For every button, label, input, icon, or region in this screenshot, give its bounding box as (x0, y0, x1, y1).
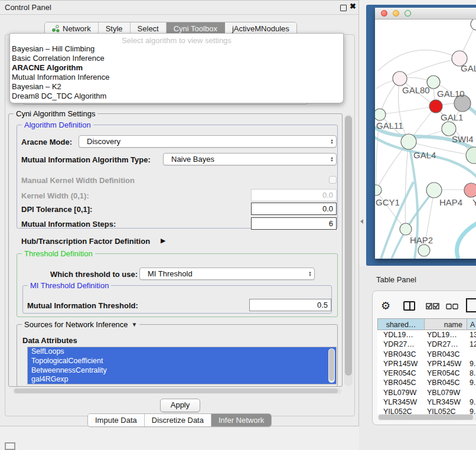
table-row[interactable]: YDL19…YDL19…13 (377, 330, 476, 340)
deselect-all-icon[interactable] (446, 304, 459, 309)
mi-algorithm-type-combo[interactable]: Naive Bayes ▲▼ (163, 153, 337, 165)
dropdown-option[interactable]: Bayesian – Hill Climbing (12, 44, 94, 53)
table-hscrollbar[interactable] (377, 414, 476, 420)
tab-select-label: Select (138, 24, 159, 33)
columns-icon[interactable] (403, 301, 415, 311)
sources-title-row[interactable]: Sources for Network Inference ▼ (22, 320, 139, 329)
dpi-tolerance-input[interactable]: 0.0 (251, 203, 337, 215)
cell: YDR27… (425, 340, 467, 349)
table-row[interactable]: YER054CYER054C8. (377, 369, 476, 378)
aracne-mode-value: Discovery (79, 137, 328, 146)
algorithm-dropdown: Select algorithm to view settings Bayesi… (9, 33, 344, 103)
node-red[interactable] (429, 100, 442, 113)
split-divider-handle[interactable] (360, 219, 363, 224)
cell: 8. (467, 369, 476, 378)
bottom-tabbar: Impute Data Discretize Data Infer Networ… (87, 413, 272, 427)
screen: Control Panel ✖ Network Style Select Cyn… (0, 0, 476, 450)
cell: YBL079W (425, 388, 467, 397)
zoom-traffic-icon[interactable] (405, 10, 411, 17)
node-gcy1[interactable] (375, 185, 382, 195)
node-gal80[interactable] (393, 71, 407, 86)
node-swi4[interactable] (466, 147, 476, 164)
minimize-traffic-icon[interactable] (393, 10, 399, 17)
mi-threshold-label: Mutual Information Threshold: (27, 301, 138, 310)
tab-network-label: Network (63, 24, 91, 33)
column-header-shared[interactable]: shared… (377, 318, 425, 330)
table-row[interactable]: YBL079WYBL079W (377, 388, 476, 397)
settings-scrollbar[interactable] (344, 115, 353, 386)
manual-kernel-checkbox[interactable] (329, 176, 337, 184)
node-label: GAL10 (437, 89, 465, 99)
mi-threshold-input[interactable]: 0.5 (249, 299, 331, 311)
attribute-list-scrollbar[interactable] (328, 348, 335, 383)
node-label: HAP4 (439, 197, 462, 207)
table-panel: Table Panel ⚙ shared… (359, 266, 476, 450)
expand-right-icon[interactable]: ▶ (161, 237, 165, 244)
cell: YBR045C (425, 378, 467, 387)
dropdown-option[interactable]: Basic Correlation Inference (12, 54, 105, 63)
table-row[interactable]: YDR27…YDR27…12 (377, 340, 476, 349)
dropdown-option-highlighted[interactable]: ARACNE Algorithm (12, 63, 83, 72)
file-icon[interactable] (466, 298, 476, 312)
node-salmon[interactable] (464, 183, 476, 197)
stepper-icon: ▲▼ (328, 156, 336, 162)
select-all-checks-icon[interactable] (426, 303, 440, 309)
mi-threshold-group-title: MI Threshold Definition (28, 281, 111, 290)
cell: 9. (467, 378, 476, 387)
tab-discretize-data[interactable]: Discretize Data (145, 414, 211, 426)
node-gal11[interactable] (375, 109, 386, 120)
node-hap2[interactable] (400, 223, 412, 235)
mi-steps-input[interactable]: 6 (251, 217, 337, 230)
attribute-item[interactable]: BetweennessCentrality (28, 366, 336, 376)
node-hap4[interactable] (426, 182, 442, 198)
control-panel-titlebar: Control Panel ✖ (0, 1, 358, 15)
attribute-item[interactable]: TopologicalCoefficient (28, 357, 336, 366)
close-icon[interactable]: ✖ (350, 2, 356, 11)
dropdown-option[interactable]: Mutual Information Inference (12, 73, 109, 81)
node-label: GAL11 (376, 120, 403, 131)
apply-button[interactable]: Apply (160, 399, 200, 412)
table-row[interactable]: YPR145WYPR145W9. (377, 359, 476, 369)
tab-jactivemnodules-label: jActiveMNodules (232, 24, 289, 33)
kernel-width-input[interactable]: 0.0 (251, 189, 337, 201)
sources-title: Sources for Network Inference (24, 320, 128, 329)
cell: YIL052C (425, 407, 467, 414)
table-header: shared… name A (377, 318, 476, 330)
dropdown-option[interactable]: Bayesian – K2 (12, 82, 61, 91)
table-row[interactable]: YIL052CYIL052C9. (377, 407, 476, 414)
table-row[interactable]: YBR043CYBR043C (377, 350, 476, 359)
gear-icon[interactable]: ⚙ (381, 299, 390, 312)
cell: YER054C (377, 369, 425, 378)
which-threshold-value: MI Threshold (140, 269, 306, 278)
node-label: GCY1 (376, 197, 400, 207)
node[interactable] (471, 19, 476, 30)
cell (467, 350, 476, 359)
attribute-item[interactable]: SelfLoops (28, 347, 336, 357)
column-header-a[interactable]: A (467, 318, 476, 330)
table-row[interactable]: YBR045CYBR045C9. (377, 378, 476, 387)
cell (467, 388, 476, 397)
settings-hscrollbar[interactable] (13, 388, 341, 394)
node[interactable] (418, 244, 430, 256)
minimized-panel-icon[interactable] (5, 442, 15, 450)
float-panel-icon[interactable] (340, 5, 347, 11)
aracne-mode-combo[interactable]: Discovery ▲▼ (79, 135, 337, 148)
cell: YDR27… (377, 340, 425, 349)
node-label: Y (472, 197, 476, 207)
attribute-item[interactable]: gal4RGexp (28, 375, 336, 384)
tab-impute-data[interactable]: Impute Data (88, 414, 145, 426)
tab-infer-network[interactable]: Infer Network (211, 414, 271, 426)
node-gal4[interactable] (401, 134, 416, 149)
close-traffic-icon[interactable] (381, 10, 387, 17)
data-attributes-list[interactable]: SelfLoops TopologicalCoefficient Between… (27, 347, 337, 384)
tab-style-label: Style (106, 24, 123, 33)
network-canvas[interactable]: GAL GAL80 GAL10 GAL1 GAL11 SWI4 GAL4 GCY… (375, 19, 476, 259)
dropdown-option[interactable]: Dream8 DC_TDC Algorithm (12, 92, 106, 100)
mi-algorithm-type-value: Naive Bayes (164, 155, 328, 164)
network-window-titlebar[interactable] (375, 8, 476, 19)
column-header-name[interactable]: name (425, 318, 467, 330)
kernel-width-label: Kernel Width (0,1): (21, 191, 89, 200)
which-threshold-combo[interactable]: MI Threshold ▲▼ (139, 268, 315, 280)
table-row[interactable]: YLR345WYLR345W9. (377, 397, 476, 407)
cyni-algorithm-settings-title: Cyni Algorithm Settings (14, 109, 97, 118)
